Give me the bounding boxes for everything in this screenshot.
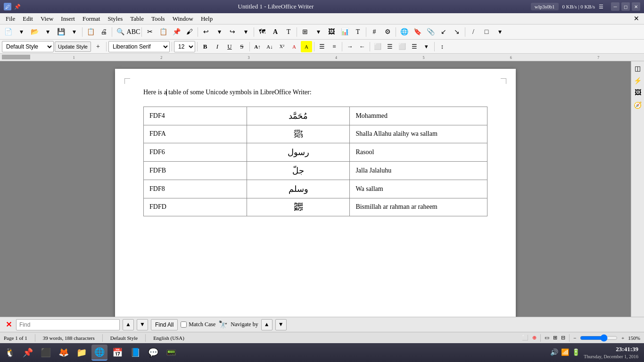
zoom-out-icon[interactable]: − xyxy=(573,335,576,341)
vol-icon[interactable]: 🔊 xyxy=(550,348,558,356)
line-button[interactable]: / xyxy=(467,26,479,38)
find-next-button[interactable]: ▼ xyxy=(137,319,148,330)
copy-button[interactable]: 📋 xyxy=(157,26,169,38)
styles-panel-button[interactable]: ⚡ xyxy=(633,75,643,86)
save-dropdown[interactable]: ▾ xyxy=(68,26,80,38)
italic-button[interactable]: I xyxy=(212,41,223,52)
footnote-button[interactable]: ↙ xyxy=(438,26,450,38)
superscript-button[interactable]: X² xyxy=(276,41,288,52)
wifi-icon[interactable]: 📶 xyxy=(561,348,569,356)
new-style-button[interactable]: + xyxy=(92,41,104,53)
view-web-icon[interactable]: ⊞ xyxy=(553,335,557,341)
redo-button[interactable]: ↪ xyxy=(226,26,239,38)
menu-item-insert[interactable]: Insert xyxy=(57,14,79,24)
styles-button[interactable]: A xyxy=(269,26,281,38)
close-button[interactable]: ✕ xyxy=(632,2,640,11)
font-color-button[interactable]: A xyxy=(289,41,300,52)
align-left-button[interactable]: ⬜ xyxy=(372,41,383,52)
taskbar-settings-icon[interactable]: 📟 xyxy=(163,345,179,361)
text-box-button[interactable]: T xyxy=(352,26,364,38)
zoom-in-icon[interactable]: + xyxy=(621,335,624,341)
style-dropdown[interactable]: Default Style xyxy=(2,41,54,52)
xref-button[interactable]: 📎 xyxy=(424,26,437,38)
open-dropdown[interactable]: ▾ xyxy=(41,26,54,38)
minimize-button[interactable]: ─ xyxy=(611,2,619,11)
taskbar-libreoffice-icon[interactable]: 🌐 xyxy=(91,345,107,361)
window-close-menu[interactable]: ✕ xyxy=(631,14,642,24)
battery-icon[interactable]: 🔋 xyxy=(572,348,580,356)
zoom-slider[interactable] xyxy=(580,334,618,342)
shapes-button[interactable]: □ xyxy=(480,26,493,38)
navigator-panel-button[interactable]: 🧭 xyxy=(633,100,643,110)
taskbar-notes-icon[interactable]: 📘 xyxy=(127,345,143,361)
paste-button[interactable]: 📌 xyxy=(170,26,182,38)
redo-dropdown[interactable]: ▾ xyxy=(239,26,252,38)
insert-chart-button[interactable]: 📊 xyxy=(339,26,351,38)
menu-item-table[interactable]: Table xyxy=(126,14,148,24)
shapes-dropdown[interactable]: ▾ xyxy=(494,26,506,38)
save-button[interactable]: 💾 xyxy=(55,26,67,38)
insert-table-button[interactable]: ⊞ xyxy=(299,26,311,38)
hyperlink-button[interactable]: 🌐 xyxy=(398,26,410,38)
taskbar-terminal-icon[interactable]: ⬛ xyxy=(38,345,54,361)
find-close-button[interactable]: ✕ xyxy=(4,320,13,329)
ext-button[interactable]: ⚙ xyxy=(381,26,394,38)
cut-button[interactable]: ✂ xyxy=(144,26,156,38)
undo-button[interactable]: ↩ xyxy=(200,26,212,38)
find-button[interactable]: 🔍 xyxy=(114,26,126,38)
match-case-label[interactable]: Match Case xyxy=(181,321,215,328)
endnote-button[interactable]: ↘ xyxy=(451,26,463,38)
decrease-font-button[interactable]: A↓ xyxy=(264,41,275,52)
menu-item-tools[interactable]: Tools xyxy=(148,14,169,24)
new-button[interactable]: 📄 xyxy=(2,26,14,38)
navigator-button[interactable]: 🗺 xyxy=(256,26,268,38)
font-name-dropdown[interactable]: Liberation Serif xyxy=(108,41,170,52)
view-normal-icon[interactable]: ▭ xyxy=(545,335,549,341)
navigate-down-button[interactable]: ▼ xyxy=(275,319,287,330)
increase-font-button[interactable]: A↑ xyxy=(252,41,263,52)
menu-icon[interactable]: ☰ xyxy=(599,4,603,10)
taskbar-start-icon[interactable]: 🐧 xyxy=(2,345,18,361)
font-size-dropdown[interactable]: 12 xyxy=(174,41,195,52)
underline-button[interactable]: U xyxy=(224,41,235,52)
menu-item-window[interactable]: Window xyxy=(169,14,197,24)
strikethrough-button[interactable]: S xyxy=(236,41,248,52)
maximize-button[interactable]: ◻ xyxy=(621,2,630,11)
increase-indent-button[interactable]: → xyxy=(344,41,355,52)
find-prev-button[interactable]: ▲ xyxy=(123,319,134,330)
menu-item-styles[interactable]: Styles xyxy=(104,14,126,24)
menu-item-view[interactable]: View xyxy=(37,14,57,24)
fontwork-button[interactable]: T xyxy=(282,26,295,38)
match-case-checkbox[interactable] xyxy=(181,321,187,328)
print-button[interactable]: 🖨 xyxy=(98,26,110,38)
new-dropdown[interactable]: ▾ xyxy=(15,26,27,38)
list-bullet-button[interactable]: ☰ xyxy=(316,41,328,52)
bookmark-button[interactable]: 🔖 xyxy=(411,26,423,38)
align-right-button[interactable]: ⬜ xyxy=(396,41,408,52)
align-justify-button[interactable]: ☰ xyxy=(409,41,420,52)
menu-item-help[interactable]: Help xyxy=(197,14,216,24)
bold-button[interactable]: B xyxy=(199,41,211,52)
menu-item-edit[interactable]: Edit xyxy=(19,14,37,24)
undo-dropdown[interactable]: ▾ xyxy=(213,26,225,38)
highlight-button[interactable]: A xyxy=(301,41,312,52)
decrease-indent-button[interactable]: ← xyxy=(356,41,368,52)
taskbar-pin-icon[interactable]: 📌 xyxy=(20,345,36,361)
menu-item-file[interactable]: File xyxy=(2,14,19,24)
menu-item-format[interactable]: Format xyxy=(79,14,104,24)
taskbar-chat-icon[interactable]: 💬 xyxy=(145,345,161,361)
export-pdf-button[interactable]: 📋 xyxy=(84,26,97,38)
spellcheck-button[interactable]: ABC xyxy=(127,26,140,38)
list-num-button[interactable]: ≡ xyxy=(329,41,340,52)
find-all-button[interactable]: Find All xyxy=(151,319,178,330)
clone-format-button[interactable]: 🖌 xyxy=(183,26,196,38)
other-options-button[interactable]: 🔭 xyxy=(218,320,228,329)
taskbar-calendar-icon[interactable]: 📅 xyxy=(109,345,125,361)
properties-panel-button[interactable]: ◫ xyxy=(633,63,643,74)
find-input[interactable] xyxy=(16,319,120,330)
document-scroll-area[interactable]: Here is a table of some Unicode symbols … xyxy=(0,61,631,317)
insert-table-dropdown[interactable]: ▾ xyxy=(312,26,324,38)
line-spacing-button[interactable]: ↕ xyxy=(437,41,448,52)
taskbar-browser-icon[interactable]: 🦊 xyxy=(56,345,72,361)
navigate-up-button[interactable]: ▲ xyxy=(261,319,272,330)
